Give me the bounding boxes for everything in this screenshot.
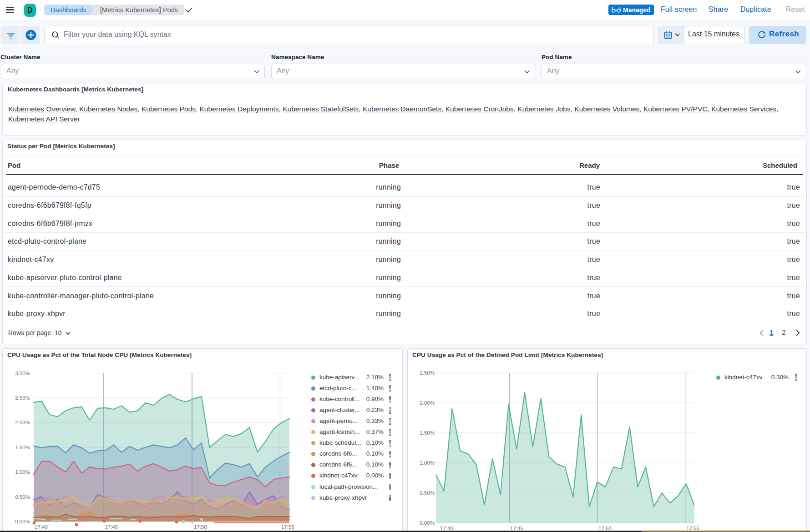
svg-text:1.00%: 1.00% xyxy=(420,460,435,466)
svg-text:17:55: 17:55 xyxy=(281,524,294,530)
svg-text:1.00%: 1.00% xyxy=(15,469,30,475)
svg-text:2.00%: 2.00% xyxy=(15,419,30,425)
svg-text:17:50: 17:50 xyxy=(194,524,207,530)
svg-text:2.50%: 2.50% xyxy=(420,370,435,376)
svg-text:0.00%: 0.00% xyxy=(15,518,30,524)
svg-text:17:40: 17:40 xyxy=(35,524,48,530)
svg-text:0.00%: 0.00% xyxy=(420,520,435,526)
svg-text:1.50%: 1.50% xyxy=(420,430,435,436)
svg-text:3.00%: 3.00% xyxy=(15,370,30,376)
svg-text:0.50%: 0.50% xyxy=(420,490,435,496)
svg-text:2.00%: 2.00% xyxy=(420,400,435,406)
svg-text:2.50%: 2.50% xyxy=(15,395,30,401)
svg-text:17:45: 17:45 xyxy=(105,524,118,530)
svg-text:1.50%: 1.50% xyxy=(15,444,30,450)
svg-text:0.50%: 0.50% xyxy=(15,494,30,500)
